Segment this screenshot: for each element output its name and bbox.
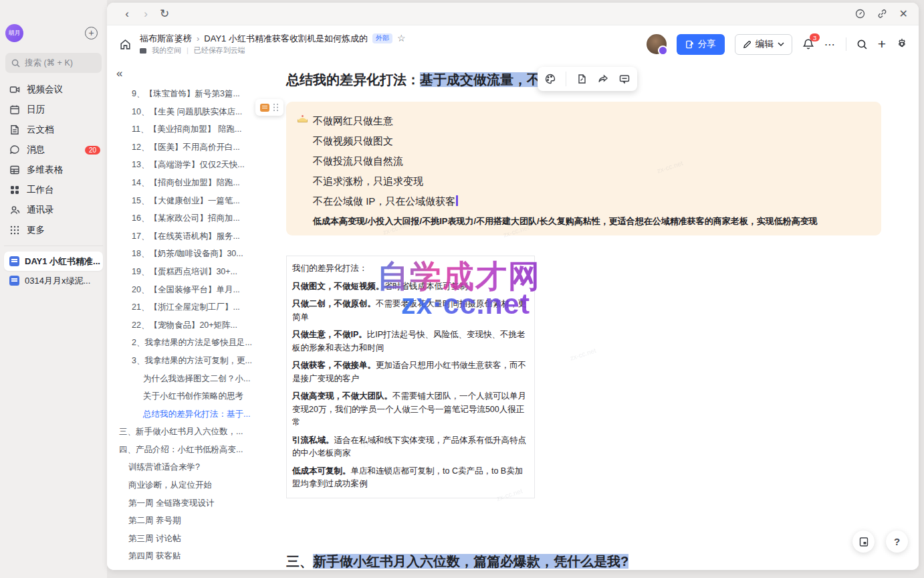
help-button[interactable]: ? (886, 531, 908, 553)
outline-item[interactable]: 15、【大健康创业】一篇笔... (110, 192, 282, 210)
outline-item[interactable]: 21、【浙江全屋定制工厂】... (110, 298, 282, 316)
box-item: 引流私域。适合在私域和线下实体变现，产品体系有低升高特点的中小老板商家 (292, 434, 529, 460)
search-icon[interactable] (856, 39, 868, 50)
outline-item[interactable]: 17、【在线英语机构】服务... (110, 227, 282, 246)
user-avatar[interactable]: 胡月 (5, 24, 23, 42)
workbench-icon (9, 185, 20, 195)
home-icon[interactable] (119, 38, 132, 51)
outline-item[interactable]: 18、【奶茶/咖啡设备商】30... (110, 245, 282, 263)
outline-item[interactable]: 11、【美业招商加盟】 陪跑... (110, 120, 282, 138)
collapse-outline-icon[interactable]: « (116, 67, 122, 80)
sidebar-item-messages[interactable]: 消息 20 (0, 140, 107, 160)
sidebar-item-workbench[interactable]: 工作台 (0, 180, 107, 200)
compass-icon[interactable] (855, 9, 865, 19)
sidebar-item-contacts[interactable]: 通讯录 (0, 200, 107, 220)
share-arrow-icon[interactable] (597, 73, 609, 85)
sidebar-item-base-table[interactable]: 多维表格 (0, 160, 107, 180)
style-palette-icon[interactable] (544, 73, 556, 85)
forward-icon[interactable]: › (136, 7, 155, 21)
space-name[interactable]: 我的空间 (152, 46, 181, 56)
outline-item[interactable]: 22、【宠物食品】20+矩阵... (110, 316, 282, 334)
outline-item[interactable]: 第二周 养号期 (110, 512, 282, 530)
section-heading: 总结我的差异化打法：基于成交做流量，不做爆款 (286, 71, 580, 89)
outline-item[interactable]: 第三周 讨论帖 (110, 530, 282, 548)
outline-item[interactable]: 三、新手做小红书月入六位数，... (110, 423, 282, 441)
outline-item[interactable]: 训练营谁适合来学? (110, 458, 282, 476)
doc-header: 福布斯富婆榜 › DAY1 小红书精准获客收割机是如何炼成的 外部 ☆ 我的空间… (107, 25, 919, 63)
save-status: 已经保存到云端 (194, 46, 245, 56)
edit-button[interactable]: 编辑 (735, 34, 792, 55)
breadcrumb-root[interactable]: 福布斯富婆榜 (140, 33, 192, 44)
outline-item[interactable]: 20、【全国装修平台】单月... (110, 281, 282, 299)
callout-block[interactable]: 不做网红只做生意 不做视频只做图文 不做投流只做自然流 不追求涨粉，只追求变现 … (286, 102, 881, 235)
doc-content: 总结我的差异化打法：基于成交做流量，不做爆款 不做网红只做生意 不做视频只做图文… (282, 63, 919, 570)
close-icon[interactable]: ✕ (899, 7, 908, 20)
back-icon[interactable]: ‹ (118, 7, 136, 21)
doc-body: « 9、【珠宝首饰】新号第3篇... 10、【生美 问题肌肤实体店... 11、… (107, 63, 919, 570)
callout-line: 不追求涨粉，只追求变现 (313, 171, 869, 191)
notification-badge: 3 (810, 33, 819, 41)
share-button[interactable]: 分享 (677, 34, 725, 55)
chat-bubble-icon (9, 144, 20, 155)
outline-item[interactable]: 14、【招商创业加盟】陪跑... (110, 174, 282, 192)
add-icon[interactable]: + (85, 27, 98, 39)
box-item: 只做生意，不做IP。比IP打法起号快、风险低、变现快、不挑老板的形象和表达力和时… (292, 328, 529, 355)
doc-file-icon (9, 276, 19, 286)
section-heading-2: 三、新手做小红书月入六位数，篇篇必爆款，凭什么是我? (286, 553, 628, 570)
selected-text: 新手做小红书月入六位数，篇篇必爆款，凭什么是我? (313, 554, 628, 569)
outline-item[interactable]: 16、【某家政公司】招商加... (110, 209, 282, 227)
outline-item[interactable]: 第一周 全链路变现设计 (110, 494, 282, 512)
pinned-doc-0314[interactable]: 0314月月x绿泥... (4, 271, 103, 290)
gear-icon[interactable] (896, 38, 908, 50)
star-icon[interactable]: ☆ (397, 33, 406, 45)
watermark-tile: zx-cc.net (569, 347, 596, 362)
text-cursor (456, 195, 458, 206)
outline-item-active[interactable]: 总结我的差异化打法：基于... (110, 405, 282, 423)
outline-item[interactable]: 12、【医美】不用高价开白... (110, 138, 282, 157)
drag-handle-icon[interactable] (273, 103, 279, 112)
pinned-doc-day1[interactable]: DAY1 小红书精准... (4, 252, 103, 271)
window-toolbar: ‹ › ↻ ✕ (107, 3, 919, 25)
sidebar-item-cloud-docs[interactable]: 云文档 (0, 120, 107, 140)
outline-item[interactable]: 19、【蛋糕西点培训】30+... (110, 263, 282, 281)
sidebar-nav: 视频会议 日历 云文档 消息 20 多维表格 工作台 通讯录 更多 (0, 80, 107, 240)
block-hover-controls (255, 99, 283, 116)
callout-line: 不做视频只做图文 (313, 131, 869, 151)
copy-link-icon[interactable] (877, 9, 887, 19)
outline-panel-button[interactable] (852, 531, 875, 553)
sidebar-item-more[interactable]: 更多 (0, 220, 107, 240)
box-item: 只做高变现，不做大团队。不需要铺大团队，一个人就可以单月变现20万，我们的学员一… (292, 390, 529, 429)
refresh-icon[interactable]: ↻ (155, 7, 174, 21)
emoji-picker-icon[interactable] (260, 104, 269, 112)
chevron-down-icon (778, 42, 784, 46)
outline-item[interactable]: 13、【高端游学】仅仅2天快... (110, 156, 282, 174)
outline-item[interactable]: 3、我拿结果的方法可复制，更... (110, 352, 282, 370)
callout-line: 不在公域做 IP，只在公域做获客 (313, 191, 869, 211)
cake-emoji-icon[interactable] (296, 112, 309, 125)
search-icon (11, 59, 20, 68)
doc-title[interactable]: DAY1 小红书精准获客收割机是如何炼成的 (204, 33, 368, 44)
outline-item[interactable]: 商业诊断，从定位开始 (110, 476, 282, 494)
outline-item[interactable]: 四、产品介绍：小红书低粉高变... (110, 441, 282, 459)
breadcrumb: 福布斯富婆榜 › DAY1 小红书精准获客收割机是如何炼成的 外部 ☆ (140, 33, 406, 45)
notifications-button[interactable]: 3 (802, 38, 814, 50)
sidebar-item-calendar[interactable]: 日历 (0, 100, 107, 120)
outline-item[interactable]: 为什么我选择图文二创？小... (110, 370, 282, 388)
new-doc-icon[interactable]: + (878, 38, 886, 50)
search-input[interactable]: 搜索 (⌘ + K) (5, 53, 102, 73)
pencil-icon (743, 40, 752, 49)
external-badge: 外部 (372, 33, 392, 44)
outline-item[interactable]: 第四周 获客贴 (110, 547, 282, 565)
message-count-badge: 20 (85, 146, 100, 155)
collaborator-avatar[interactable] (647, 34, 667, 54)
outline-item[interactable]: 2、我拿结果的方法足够快且足... (110, 334, 282, 352)
more-actions-icon[interactable]: ⋯ (824, 38, 836, 51)
outline-item[interactable]: 关于小红书创作策略的思考 (110, 387, 282, 405)
comment-icon[interactable] (618, 73, 630, 85)
share-doc-icon (685, 40, 694, 49)
watermark-site-url: zx·cc.net (401, 288, 530, 320)
box-item: 低成本可复制。单店和连锁店都可复制，to C卖产品，to B卖加盟均拿到过成功案… (292, 465, 529, 491)
selection-toolbar (538, 67, 637, 91)
sidebar-item-video-meeting[interactable]: 视频会议 (0, 80, 107, 100)
copy-link-doc-icon[interactable] (576, 73, 588, 85)
